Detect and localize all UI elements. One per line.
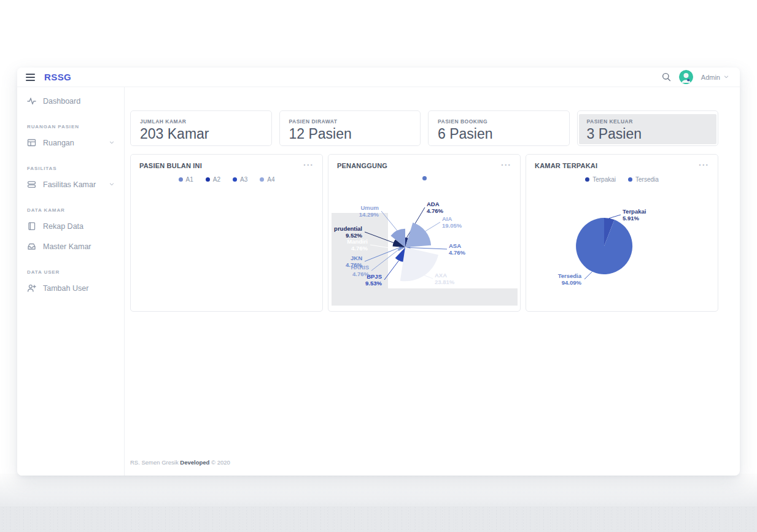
stat-value: 203 Kamar <box>140 126 262 142</box>
sidebar-item-ruangan[interactable]: Ruangan <box>17 133 124 153</box>
avatar[interactable] <box>679 70 693 84</box>
pie-label-line <box>411 248 448 249</box>
legend-item[interactable]: A2 <box>206 176 220 183</box>
pie-label-line <box>381 211 397 231</box>
stats-row: JUMLAH KAMAR 203 Kamar PASIEN DIRAWAT 12… <box>130 110 718 146</box>
sidebar-section-header: FASILITAS <box>17 153 124 174</box>
sidebar-item-label: Dashboard <box>43 97 80 106</box>
legend-dot-icon <box>585 177 589 182</box>
legend-item[interactable]: Tersedia <box>628 176 659 183</box>
legend-label: A1 <box>186 176 193 183</box>
stat-value: 12 Pasien <box>289 126 411 142</box>
footer: RS. Semen Gresik Developed © 2020 <box>130 459 740 467</box>
pie-label-tersedia: Tersedia94.09% <box>558 273 581 286</box>
footer-text: RS. Semen Gresik <box>130 459 179 466</box>
stat-label: JUMLAH KAMAR <box>140 118 262 125</box>
pie-label-prudential: prudential9.52% <box>334 226 362 239</box>
legend-item[interactable]: A1 <box>179 176 193 183</box>
chart-area-kamar-terpakai: TerpakaiTersedia Terpakai5.91%Tersedia94… <box>526 172 718 311</box>
navbar: RSSG Admin <box>17 67 740 87</box>
legend-dot-icon <box>179 177 183 182</box>
pie-slice-aia[interactable] <box>405 223 431 247</box>
chart-legend: A1A2A3A4 <box>131 176 322 183</box>
stat-label: PASIEN DIRAWAT <box>289 118 411 125</box>
chevron-down-icon <box>109 183 114 186</box>
card-title: KAMAR TERPAKAI <box>535 162 597 169</box>
chart-area-penanggung: ADA4.76%AIA19.05%ASA4.76%AXA23.81%BPJS9.… <box>328 172 520 311</box>
legend-item[interactable] <box>422 176 427 180</box>
pie-label-line <box>584 272 592 279</box>
inbox-icon <box>27 242 36 251</box>
chart-legend <box>328 176 520 180</box>
pie-chart <box>526 172 719 309</box>
stat-label: PASIEN KELUAR <box>587 118 709 125</box>
sidebar-item-label: Tambah User <box>43 284 88 293</box>
sidebar-item-label: Master Kamar <box>43 242 91 251</box>
pie-label-aia: AIA19.05% <box>442 216 462 229</box>
hamburger-menu-icon[interactable] <box>25 72 36 82</box>
card-title: PASIEN BULAN INI <box>139 162 202 169</box>
stat-card-pasien-dirawat: PASIEN DIRAWAT 12 Pasien <box>279 110 421 146</box>
card-menu-icon[interactable]: ··· <box>303 162 314 168</box>
server-icon <box>27 180 36 189</box>
sidebar-item-fasilitas-kamar[interactable]: Fasilitas Kamar <box>17 174 124 195</box>
legend-dot-icon <box>422 176 427 180</box>
legend-label: A2 <box>213 176 220 183</box>
pie-label-umum: Umum14.29% <box>359 205 379 218</box>
legend-dot-icon <box>233 177 237 182</box>
search-icon[interactable] <box>662 72 671 82</box>
pie-label-line <box>424 276 433 279</box>
legend-dot-icon <box>260 177 264 182</box>
user-plus-icon <box>27 283 36 293</box>
card-penanggung: PENANGGUNG ··· ADA4.76%AIA19.05%ASA4.76%… <box>328 154 521 312</box>
sidebar-item-dashboard[interactable]: Dashboard <box>17 91 124 111</box>
chevron-down-icon <box>109 141 114 144</box>
pie-label-line <box>609 215 621 218</box>
page-background-texture <box>0 506 757 532</box>
legend-dot-icon <box>628 177 632 182</box>
user-name: Admin <box>701 74 720 81</box>
brand-logo[interactable]: RSSG <box>44 72 71 82</box>
legend-label: Tersedia <box>635 176 659 183</box>
sidebar-section-header: DATA KAMAR <box>17 195 124 216</box>
legend-label: Terpakai <box>592 176 616 183</box>
pie-label-line <box>365 248 399 261</box>
legend-item[interactable]: A4 <box>260 176 274 183</box>
pie-label-ada: ADA4.76% <box>427 201 443 214</box>
footer-year: © 2020 <box>211 459 230 466</box>
stat-card-jumlah-kamar: JUMLAH KAMAR 203 Kamar <box>130 110 272 146</box>
book-icon <box>27 222 36 231</box>
sidebar-item-label: Ruangan <box>43 139 74 147</box>
legend-dot-icon <box>206 177 210 182</box>
charts-row: PASIEN BULAN INI ··· A1A2A3A4 PENANGGUNG… <box>130 154 718 312</box>
card-menu-icon[interactable]: ··· <box>699 162 709 168</box>
user-menu[interactable]: Admin <box>701 74 729 81</box>
legend-item[interactable]: Terpakai <box>585 176 616 183</box>
pie-label-line <box>365 232 394 243</box>
pie-label-line <box>384 261 399 280</box>
sidebar-item-tambah-user[interactable]: Tambah User <box>17 278 124 298</box>
pie-label-mandiri: Mandiri4.76% <box>347 239 368 252</box>
card-title: PENANGGUNG <box>337 162 387 169</box>
sidebar-item-label: Fasilitas Kamar <box>43 180 96 189</box>
stat-card-pasien-booking: PASIEN BOOKING 6 Pasien <box>428 110 570 146</box>
sidebar-section-header: DATA USER <box>17 256 124 278</box>
card-kamar-terpakai: KAMAR TERPAKAI ··· TerpakaiTersedia Terp… <box>526 154 718 312</box>
sidebar-item-rekap-data[interactable]: Rekap Data <box>17 216 124 236</box>
legend-label: A3 <box>240 176 247 183</box>
pie-slice-axa[interactable] <box>400 247 438 281</box>
pie-label-line <box>425 222 440 231</box>
pie-label-axa: AXA23.81% <box>435 272 454 285</box>
app-window: RSSG Admin Dashboard <box>17 67 740 476</box>
stat-label: PASIEN BOOKING <box>438 118 560 125</box>
page-background <box>0 474 757 506</box>
chevron-down-icon <box>724 75 729 79</box>
sidebar: Dashboard RUANGAN PASIEN Ruangan FASILIT… <box>17 87 125 476</box>
pie-label-jkn: JKN4.76% <box>346 255 362 268</box>
sidebar-section-header: RUANGAN PASIEN <box>17 111 124 133</box>
legend-item[interactable]: A3 <box>233 176 247 183</box>
sidebar-item-master-kamar[interactable]: Master Kamar <box>17 236 124 256</box>
card-menu-icon[interactable]: ··· <box>501 162 511 168</box>
activity-icon <box>27 96 36 106</box>
page: RSSG Admin Dashboard <box>0 0 757 532</box>
